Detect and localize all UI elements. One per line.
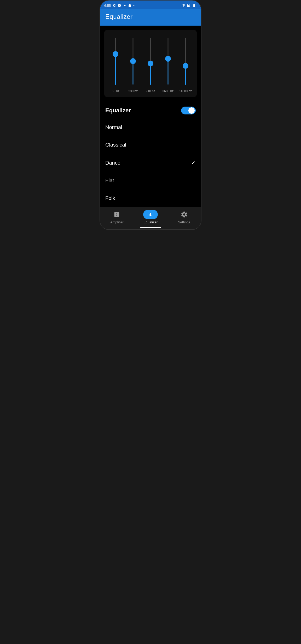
band-3600hz-slider[interactable] <box>161 35 175 87</box>
settings-nav-icon-container <box>178 210 190 219</box>
nav-label-settings: Settings <box>178 220 190 224</box>
thumb-60hz[interactable] <box>113 51 118 57</box>
phone-frame: 6:55 • <box>100 0 201 230</box>
preset-flat[interactable]: Flat <box>105 172 196 189</box>
nav-item-settings[interactable]: Settings <box>167 210 201 224</box>
dot-indicator: • <box>133 4 135 8</box>
controls-section: Equalizer Normal Classical Dance ✓ Flat … <box>100 101 201 207</box>
app-bar: Equalizer <box>100 9 201 26</box>
time-display: 6:55 <box>104 4 111 8</box>
sliders-container <box>107 35 194 87</box>
amplifier-icon <box>113 211 120 218</box>
status-bar-right <box>182 4 197 7</box>
band-14000hz-slider[interactable] <box>179 35 192 87</box>
status-bar-left: 6:55 • <box>104 4 135 8</box>
wifi-icon <box>182 4 186 7</box>
preset-dance[interactable]: Dance ✓ <box>105 154 196 172</box>
status-bar: 6:55 • <box>100 1 201 9</box>
freq-label-230hz: 230 hz <box>126 89 140 93</box>
equalizer-nav-icon <box>147 211 154 218</box>
settings-status-icon <box>112 4 116 7</box>
preset-folk-label: Folk <box>105 195 115 201</box>
track-active-910hz <box>150 63 151 85</box>
freq-label-60hz: 60 hz <box>109 89 122 93</box>
nav-label-equalizer: Equalizer <box>143 220 158 224</box>
freq-label-3600hz: 3600 hz <box>161 89 175 93</box>
preset-classical-label: Classical <box>105 142 126 148</box>
accessibility-status-icon <box>118 4 121 7</box>
preset-folk[interactable]: Folk <box>105 189 196 207</box>
equalizer-nav-icon-container <box>143 210 158 219</box>
settings-nav-icon <box>181 211 188 218</box>
sdcard-status-icon <box>128 4 132 7</box>
signal-icon <box>187 4 190 7</box>
bottom-nav: Amplifier Equalizer Settings <box>100 207 201 229</box>
nav-item-equalizer[interactable]: Equalizer <box>134 210 167 224</box>
thumb-3600hz[interactable] <box>165 56 171 62</box>
freq-label-910hz: 910 hz <box>144 89 157 93</box>
equalizer-toggle-row: Equalizer <box>105 101 196 119</box>
preset-normal-label: Normal <box>105 124 122 130</box>
equalizer-toggle[interactable] <box>181 107 196 114</box>
app-bar-title: Equalizer <box>105 13 196 20</box>
freq-label-14000hz: 14000 hz <box>179 89 192 93</box>
preset-dance-checkmark: ✓ <box>191 159 196 166</box>
preset-dance-label: Dance <box>105 160 120 166</box>
nav-label-amplifier: Amplifier <box>110 220 124 224</box>
thumb-230hz[interactable] <box>130 58 136 64</box>
play-status-icon <box>123 4 126 7</box>
band-910hz-slider[interactable] <box>144 35 157 87</box>
equalizer-section-label: Equalizer <box>105 107 131 114</box>
preset-flat-label: Flat <box>105 178 114 184</box>
amplifier-icon-container <box>111 210 123 219</box>
freq-labels: 60 hz 230 hz 910 hz 3600 hz 14000 hz <box>107 89 194 93</box>
track-active-3600hz <box>167 59 168 85</box>
thumb-910hz[interactable] <box>148 61 153 66</box>
toggle-knob <box>188 107 195 114</box>
nav-item-amplifier[interactable]: Amplifier <box>100 210 134 224</box>
preset-list: Normal Classical Dance ✓ Flat Folk <box>105 119 196 207</box>
band-230hz-slider[interactable] <box>126 35 140 87</box>
band-60hz-slider[interactable] <box>109 35 122 87</box>
eq-visualizer-panel: 60 hz 230 hz 910 hz 3600 hz 14000 hz <box>104 30 197 97</box>
track-active-230hz <box>133 61 134 85</box>
home-indicator <box>140 227 161 228</box>
preset-normal[interactable]: Normal <box>105 119 196 136</box>
preset-classical[interactable]: Classical <box>105 136 196 154</box>
battery-icon <box>192 4 197 7</box>
thumb-14000hz[interactable] <box>183 63 188 69</box>
track-active-60hz <box>115 54 116 85</box>
